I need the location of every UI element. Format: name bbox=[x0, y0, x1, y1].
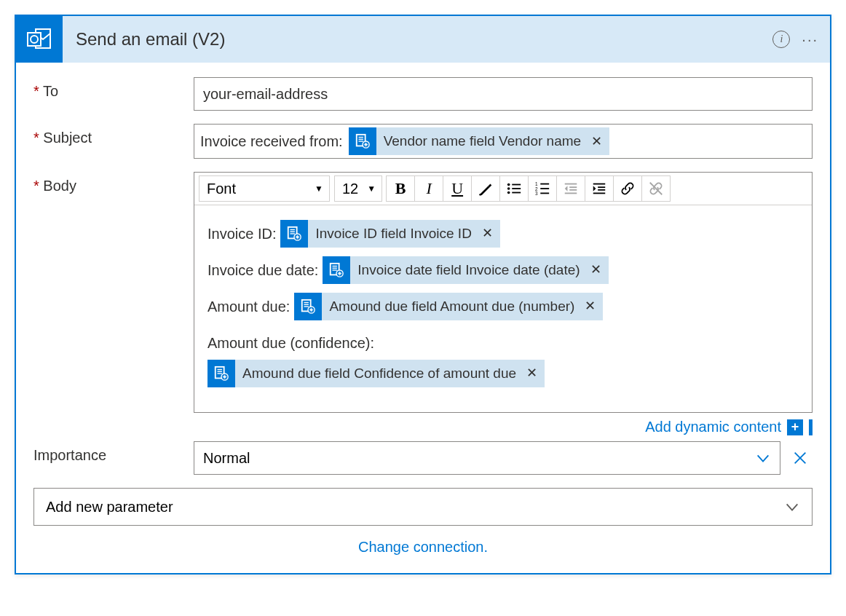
body-line: Invoice ID: Invoice ID field Invoice ID … bbox=[207, 217, 799, 250]
token-amount-due[interactable]: Amound due field Amount due (number) ✕ bbox=[294, 293, 603, 320]
row-to: To your-email-address bbox=[33, 77, 813, 111]
size-label: 12 bbox=[342, 181, 358, 197]
unlink-button[interactable] bbox=[641, 175, 671, 202]
outdent-button[interactable] bbox=[556, 175, 585, 202]
body-text: Amount due (confidence): bbox=[207, 335, 374, 351]
change-connection-link[interactable]: Change connection. bbox=[33, 526, 813, 563]
body-editor[interactable]: Invoice ID: Invoice ID field Invoice ID … bbox=[194, 205, 812, 412]
caret-down-icon: ▼ bbox=[315, 183, 323, 194]
svg-text:3: 3 bbox=[535, 191, 538, 196]
bold-button[interactable]: B bbox=[386, 175, 415, 202]
control-subject: Invoice received from: Vendor name field… bbox=[194, 124, 813, 159]
underline-button[interactable]: U bbox=[443, 175, 472, 202]
to-input[interactable]: your-email-address bbox=[194, 77, 813, 111]
remove-importance-button[interactable] bbox=[792, 450, 813, 466]
token-label: Amound due field Confidence of amount du… bbox=[242, 358, 516, 390]
label-to: To bbox=[33, 77, 194, 100]
token-icon bbox=[323, 256, 350, 284]
font-select[interactable]: Font ▼ bbox=[199, 175, 330, 202]
font-size-select[interactable]: 12 ▼ bbox=[334, 175, 382, 202]
token-remove[interactable]: ✕ bbox=[582, 291, 598, 321]
token-label: Invoice date field Invoice date (date) bbox=[357, 254, 580, 286]
card-title: Send an email (V2) bbox=[63, 29, 772, 50]
add-dynamic-plus-icon[interactable]: + bbox=[787, 419, 803, 435]
token-label: Invoice ID field Invoice ID bbox=[315, 218, 471, 250]
row-body: Body Font ▼ 12 ▼ B I U bbox=[33, 172, 813, 435]
token-remove[interactable]: ✕ bbox=[588, 133, 605, 149]
more-menu[interactable]: ··· bbox=[802, 31, 818, 48]
token-icon bbox=[280, 220, 308, 248]
dynamic-content-row: Add dynamic content + bbox=[194, 419, 813, 435]
link-button[interactable] bbox=[613, 175, 642, 202]
token-remove[interactable]: ✕ bbox=[588, 255, 604, 285]
to-value: your-email-address bbox=[203, 86, 328, 103]
row-importance: Importance Normal bbox=[33, 441, 813, 475]
dynamic-tab-handle[interactable] bbox=[809, 419, 813, 435]
subject-prefix: Invoice received from: bbox=[200, 133, 343, 150]
rich-text-editor: Font ▼ 12 ▼ B I U bbox=[194, 172, 813, 413]
token-icon bbox=[207, 360, 235, 387]
token-icon bbox=[294, 293, 322, 320]
row-subject: Subject Invoice received from: Vendor na… bbox=[33, 124, 813, 159]
italic-button[interactable]: I bbox=[414, 175, 443, 202]
indent-button[interactable] bbox=[585, 175, 614, 202]
token-remove[interactable]: ✕ bbox=[523, 358, 540, 388]
body-line: Invoice due date: Invoice date field Inv… bbox=[207, 253, 799, 287]
importance-value: Normal bbox=[203, 450, 250, 467]
body-text: Invoice ID: bbox=[207, 217, 276, 250]
chevron-down-icon bbox=[784, 499, 800, 515]
token-invoice-date[interactable]: Invoice date field Invoice date (date) ✕ bbox=[323, 256, 608, 284]
svg-point-11 bbox=[507, 191, 510, 194]
header-actions: i ··· bbox=[772, 31, 818, 48]
svg-point-9 bbox=[507, 183, 510, 186]
token-icon bbox=[349, 127, 376, 155]
body-line: Amount due (confidence): Amound due fiel… bbox=[207, 326, 799, 393]
label-importance: Importance bbox=[33, 441, 194, 464]
token-remove[interactable]: ✕ bbox=[479, 218, 496, 248]
card-header: Send an email (V2) i ··· bbox=[16, 16, 830, 63]
font-label: Font bbox=[207, 181, 236, 197]
svg-point-10 bbox=[507, 187, 510, 190]
label-subject: Subject bbox=[33, 124, 194, 146]
caret-down-icon: ▼ bbox=[367, 183, 376, 194]
color-picker-button[interactable] bbox=[471, 175, 500, 202]
info-icon[interactable]: i bbox=[772, 31, 790, 48]
svg-point-8 bbox=[479, 194, 481, 196]
token-label: Vendor name field Vendor name bbox=[384, 133, 581, 149]
token-invoice-id[interactable]: Invoice ID field Invoice ID ✕ bbox=[280, 220, 499, 248]
subject-input[interactable]: Invoice received from: Vendor name field… bbox=[194, 124, 813, 159]
body-text: Amount due: bbox=[207, 290, 290, 323]
outlook-icon bbox=[16, 16, 63, 63]
number-list-button[interactable]: 123 bbox=[528, 175, 557, 202]
body-text: Invoice due date: bbox=[207, 253, 318, 287]
token-label: Amound due field Amount due (number) bbox=[329, 291, 574, 323]
label-body: Body bbox=[33, 172, 194, 194]
card-body: To your-email-address Subject Invoice re… bbox=[16, 63, 830, 573]
add-dynamic-content-link[interactable]: Add dynamic content bbox=[645, 419, 781, 435]
add-new-parameter-select[interactable]: Add new parameter bbox=[33, 488, 813, 526]
svg-rect-1 bbox=[28, 33, 41, 46]
action-card: Send an email (V2) i ··· To your-email-a… bbox=[15, 15, 831, 574]
token-vendor-name[interactable]: Vendor name field Vendor name ✕ bbox=[349, 127, 609, 155]
importance-select[interactable]: Normal bbox=[194, 441, 780, 475]
control-to: your-email-address bbox=[194, 77, 813, 111]
control-importance: Normal bbox=[194, 441, 813, 475]
rte-toolbar: Font ▼ 12 ▼ B I U bbox=[194, 173, 812, 205]
bullet-list-button[interactable] bbox=[499, 175, 529, 202]
token-amount-confidence[interactable]: Amound due field Confidence of amount du… bbox=[207, 360, 545, 387]
add-param-label: Add new parameter bbox=[46, 499, 173, 516]
chevron-down-icon bbox=[755, 450, 771, 466]
body-line: Amount due: Amound due field Amount due … bbox=[207, 290, 799, 323]
control-body: Font ▼ 12 ▼ B I U bbox=[194, 172, 813, 435]
